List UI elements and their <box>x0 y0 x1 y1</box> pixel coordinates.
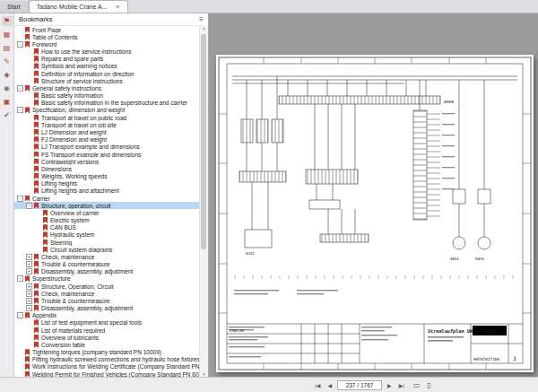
prev-page-button[interactable]: ◀ <box>325 382 334 388</box>
bookmark-item[interactable]: CAN BUS <box>14 224 200 231</box>
bookmark-item[interactable]: Lifting heights and attachment <box>14 187 200 195</box>
bookmark-item[interactable]: Table of Contents <box>14 33 200 40</box>
bookmark-item[interactable]: LJ Transport example and dimensions <box>14 144 200 151</box>
bookmark-item[interactable]: Repairs and spare parts <box>14 56 200 63</box>
bookmark-item[interactable]: Contraweight versions <box>14 158 200 165</box>
expand-icon[interactable]: + <box>26 254 32 260</box>
collapse-icon[interactable]: - <box>17 85 23 91</box>
bookmark-label: Conversion table <box>41 342 85 348</box>
bookmark-item[interactable]: -Carrier <box>14 195 200 202</box>
expand-icon[interactable]: + <box>26 291 32 297</box>
annotations-icon[interactable]: ✎ <box>2 57 13 66</box>
expand-icon[interactable]: + <box>26 261 32 267</box>
bookmark-icon <box>25 41 30 48</box>
collapse-icon[interactable]: - <box>26 203 32 209</box>
bookmark-item[interactable]: -General safety instructions <box>14 84 200 91</box>
bookmark-item[interactable]: List of materials required <box>14 327 200 334</box>
expand-icon[interactable]: + <box>26 283 32 290</box>
bookmark-item[interactable]: +Disassembly, assembly, adjustment <box>14 268 200 275</box>
bookmark-label: FS Transport example and dimensions <box>41 152 141 158</box>
bookmark-item[interactable]: +Structure, Operation, Circuit <box>14 283 200 290</box>
bookmark-label: Definition of information on direction <box>41 71 134 77</box>
panel-menu-icon[interactable] <box>199 15 204 23</box>
bookmark-item[interactable]: Overview of lubricants <box>14 334 200 341</box>
tab-start[interactable]: Start <box>0 1 29 13</box>
bookmark-label: LJ Dimension and weight <box>41 129 107 135</box>
bookmark-item[interactable]: -Specification, dimension and weight <box>14 107 200 114</box>
bookmark-item[interactable]: LJ Dimension and weight <box>14 128 200 135</box>
thumbnails-icon[interactable]: ▦ <box>2 30 13 39</box>
bookmark-item[interactable]: Hydraulic system <box>14 231 200 239</box>
bookmark-item[interactable]: +Trouble & countermeasure <box>14 261 200 268</box>
search-icon[interactable]: ◉ <box>2 83 13 93</box>
layers-icon[interactable]: ▣ <box>2 97 13 107</box>
bookmark-item[interactable]: +Trouble & countermeasure <box>14 297 200 304</box>
bookmark-item[interactable]: FS Transport example and dimensions <box>14 151 200 158</box>
bookmarks-scrollbar[interactable] <box>199 25 208 378</box>
bookmark-label: Hydraulic system <box>50 231 94 238</box>
collapse-icon[interactable]: - <box>17 275 23 282</box>
bookmark-icon <box>34 92 39 99</box>
collapse-icon[interactable]: - <box>17 107 23 113</box>
bookmark-icon <box>43 231 48 238</box>
bookmark-label: Check, maintenance <box>41 291 94 297</box>
bookmark-label: Front Page <box>32 27 61 33</box>
bookmark-item[interactable]: Overview of carrier <box>14 209 200 216</box>
outline-icon[interactable]: ▤ <box>2 43 13 53</box>
bookmark-item[interactable]: Definition of information on direction <box>14 70 200 77</box>
diagram-ref-a332: A332 <box>246 251 255 256</box>
attachments-icon[interactable]: ◈ <box>2 70 13 80</box>
page-number-input[interactable]: 237 / 1767 <box>337 380 382 390</box>
bookmark-item[interactable]: -Superstructure <box>14 275 200 283</box>
signature-icon[interactable]: ✔ <box>2 110 13 120</box>
bookmark-item[interactable]: Lifting heights <box>14 180 200 187</box>
bookmark-item[interactable]: Tightening torques (company standard PN … <box>14 349 200 356</box>
collapse-icon[interactable]: - <box>17 196 23 202</box>
bookmark-item[interactable]: -Foreword <box>14 40 200 48</box>
next-page-button[interactable]: ▶ <box>386 382 394 388</box>
bookmark-item[interactable]: FJ Dimension and weight <box>14 136 200 144</box>
bookmark-item[interactable]: Weights, Working speeds <box>14 172 200 179</box>
bookmark-item[interactable]: -Structure, operation, circuit <box>14 202 200 209</box>
bookmark-icon <box>34 342 39 348</box>
bookmark-label: Lifting heights <box>41 180 77 187</box>
tab-close-icon[interactable]: ✕ <box>115 4 119 11</box>
bookmarks-icon[interactable]: ⚑ <box>2 16 13 26</box>
bookmark-item[interactable]: Conversion table <box>14 341 200 348</box>
collapse-icon[interactable]: - <box>17 41 23 48</box>
bookmark-item[interactable]: Basic safety information <box>14 92 200 100</box>
scroll-thumb[interactable] <box>201 34 206 249</box>
bookmark-item[interactable]: +Check, maintenance <box>14 253 200 260</box>
bookmark-item[interactable]: Circuit system diagrams <box>14 246 200 253</box>
bookmark-item[interactable]: Work Instructions for Welding Certificat… <box>14 363 200 370</box>
expand-icon[interactable]: + <box>26 305 32 311</box>
bookmark-item[interactable]: List of test equipment and special tools <box>14 319 200 327</box>
bookmark-item[interactable]: Electric system <box>14 216 200 223</box>
tab-document[interactable]: Tadano Mobile Crane A... ✕ <box>29 0 128 13</box>
bookmark-item[interactable]: Fitting hydraulic screwed connections an… <box>14 356 200 363</box>
expand-icon[interactable]: + <box>26 268 32 274</box>
bookmark-icon <box>25 27 30 33</box>
scroll-up-icon[interactable] <box>200 26 208 30</box>
bookmark-item[interactable]: Structure of service instructions <box>14 77 200 84</box>
bookmark-item[interactable]: How to use the service instructions <box>14 48 200 56</box>
bookmark-item[interactable]: Dimensions <box>14 165 200 172</box>
collapse-icon[interactable]: - <box>17 312 23 318</box>
expand-icon[interactable]: + <box>26 298 32 304</box>
bookmark-item[interactable]: Steering <box>14 239 200 246</box>
bookmark-item[interactable]: Transport at travel on public road <box>14 114 200 121</box>
fit-page-icon[interactable] <box>427 381 430 389</box>
fit-width-icon[interactable] <box>413 381 421 389</box>
diagram-sheet-number: 3 <box>513 355 516 362</box>
first-page-button[interactable]: |◀ <box>313 382 322 388</box>
bookmark-icon <box>34 283 39 290</box>
document-page[interactable]: A004 A332 A014 A019 1700,00 Stromlaufpla… <box>216 55 534 372</box>
bookmark-item[interactable]: -Appendix <box>14 312 200 319</box>
bookmark-item[interactable]: +Disassembly, assembly, adjustment <box>14 305 200 312</box>
bookmark-item[interactable]: Transport at travel on job site <box>14 121 200 128</box>
bookmark-item[interactable]: +Check, maintenance <box>14 290 200 297</box>
last-page-button[interactable]: ▶| <box>397 382 406 388</box>
bookmark-item[interactable]: Basic safety information in the superstr… <box>14 100 200 107</box>
bookmark-item[interactable]: Symbols and warning notices <box>14 63 200 70</box>
bookmark-item[interactable]: Front Page <box>14 26 200 33</box>
